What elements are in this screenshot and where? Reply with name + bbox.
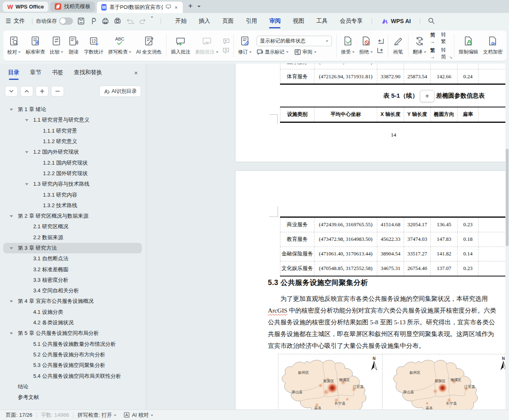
collapse-all-button[interactable] bbox=[20, 86, 33, 96]
table-5-1-continued-header[interactable]: 设施类别 平均中心坐标 X 轴长度 Y 轴长度 椭圆方向 扁率 椭圆面积 bbox=[280, 107, 509, 123]
search-icon[interactable] bbox=[423, 17, 439, 26]
collapse-arrow-icon[interactable] bbox=[10, 300, 13, 302]
toc-item[interactable]: 结论 bbox=[3, 381, 142, 392]
dialog-launcher-icon[interactable]: ⇘ bbox=[449, 55, 453, 60]
close-sidebar-icon[interactable]: × bbox=[134, 69, 138, 79]
tab-document[interactable]: W 基于POI数据的宜宾市公共服 × bbox=[97, 2, 183, 13]
spell-check-button[interactable]: ABC 拼写检查 bbox=[106, 33, 134, 58]
restrict-editing-button[interactable]: 限制编辑 bbox=[456, 33, 481, 58]
page-indicator[interactable]: 页面: 17/26 bbox=[6, 411, 32, 419]
compare-button[interactable]: 比较 bbox=[47, 33, 66, 58]
collapse-arrow-icon[interactable] bbox=[25, 183, 28, 185]
toc-item[interactable]: 1.3.1 研究内容 bbox=[3, 189, 142, 200]
more-commands-icon[interactable] bbox=[151, 18, 153, 24]
toc-item[interactable]: 2.2 数据来源 bbox=[3, 232, 142, 243]
menu-page[interactable]: 页面 bbox=[216, 13, 240, 29]
track-changes-button[interactable]: 修订 bbox=[236, 33, 254, 58]
standard-review-button[interactable]: 标准审查 bbox=[23, 33, 47, 58]
tab-docer-templates[interactable]: 找稻壳模板 bbox=[50, 2, 95, 12]
menu-start[interactable]: 开始 bbox=[169, 13, 192, 29]
review-pane-button[interactable]: 审阅 bbox=[294, 49, 317, 56]
sidebar-tab-find-replace[interactable]: 查找和替换 bbox=[74, 69, 102, 80]
expand-all-button[interactable] bbox=[5, 86, 18, 96]
new-tab-button[interactable]: + bbox=[185, 2, 196, 11]
toc-item[interactable]: 第 4 章 宜宾市公共服务设施概况 bbox=[3, 296, 142, 306]
collapse-arrow-icon[interactable] bbox=[10, 215, 13, 217]
toc-item[interactable]: 1.2.1 国内研究现状 bbox=[3, 157, 142, 168]
menu-view[interactable]: 视图 bbox=[287, 13, 310, 29]
document-page-14[interactable]: 医疗服务 (471015.73, 3164799.96) 45400.98 35… bbox=[235, 64, 509, 162]
hamburger-menu-icon[interactable]: ☰ bbox=[0, 17, 13, 25]
ai-recognize-toc-button[interactable]: AI识别目录 bbox=[99, 86, 141, 97]
toc-item[interactable]: 参考文献 bbox=[3, 392, 142, 403]
toc-item[interactable]: 3.4 空间自相关分析 bbox=[3, 285, 142, 296]
file-menu[interactable]: 文件 bbox=[13, 17, 29, 25]
print-icon[interactable] bbox=[101, 17, 109, 25]
toc-item[interactable]: 1.2.2 国外研究现状 bbox=[3, 168, 142, 179]
collapse-arrow-icon[interactable] bbox=[10, 332, 13, 334]
word-count-indicator[interactable]: 字数: 14986 bbox=[41, 411, 69, 419]
menu-reference[interactable]: 引用 bbox=[240, 13, 263, 29]
close-tab-icon[interactable]: × bbox=[174, 4, 179, 11]
table-row[interactable]: 金融保险服务 (471061.40, 3170613.44) 38904.54 … bbox=[280, 246, 509, 261]
toc-item[interactable]: 第 1 章 绪论 bbox=[3, 104, 142, 115]
tab-list-dropdown-icon[interactable] bbox=[197, 6, 201, 9]
zoom-in-toc-button[interactable] bbox=[36, 86, 49, 96]
sidebar-tab-sections[interactable]: 章节 bbox=[30, 69, 41, 80]
save-icon[interactable] bbox=[77, 17, 85, 25]
wps-ai-button[interactable]: WPS AI bbox=[375, 18, 416, 24]
vertical-scrollbar[interactable] bbox=[505, 64, 509, 409]
table-5-1-top[interactable]: 医疗服务 (471015.73, 3164799.96) 45400.98 35… bbox=[280, 64, 509, 85]
accept-change-button[interactable]: 接受 bbox=[339, 33, 357, 58]
toc-item[interactable]: 3.2 标准差椭圆 bbox=[3, 264, 142, 274]
table-row[interactable]: 体育服务 (472126.94, 3171931.81) 33872.90 25… bbox=[280, 69, 509, 84]
ink-pen-button[interactable]: 画笔 bbox=[390, 33, 406, 58]
reject-change-button[interactable]: 拒绝 bbox=[357, 33, 375, 58]
show-markup-button[interactable]: 显示标记 bbox=[257, 49, 289, 56]
ai-polish-button[interactable]: AI 全文润色 bbox=[134, 33, 164, 58]
autosave-toggle[interactable] bbox=[59, 17, 73, 25]
collapse-arrow-icon[interactable] bbox=[10, 109, 13, 111]
next-change-icon[interactable] bbox=[377, 47, 384, 54]
collapse-arrow-icon[interactable] bbox=[10, 247, 13, 249]
kernel-density-map-left[interactable]: 叙州区 翠屏区 南溪区 江安县 屏山县 长宁县 高县 N bbox=[278, 354, 383, 409]
insert-row-plus-button[interactable]: + bbox=[420, 90, 434, 102]
encrypt-document-button[interactable]: 文档加密 bbox=[481, 33, 505, 58]
tab-wps-office[interactable]: W WPS Office bbox=[3, 2, 48, 12]
menu-tools[interactable]: 工具 bbox=[310, 13, 334, 29]
insert-comment-button[interactable]: 插入批注 bbox=[169, 33, 193, 58]
menu-member[interactable]: 会员专享 bbox=[334, 13, 368, 29]
toc-item[interactable]: 1.2 国内外研究现状 bbox=[3, 147, 142, 157]
toc-item[interactable]: 5.4 公共服务设施空间布局关联性分析 bbox=[3, 371, 142, 381]
toc-item[interactable]: 3.3 核密度分析 bbox=[3, 275, 142, 285]
toc-item[interactable]: 1.1.2 研究意义 bbox=[3, 136, 142, 147]
table-row[interactable]: 医疗服务 (471015.73, 3164799.96) 45400.98 35… bbox=[280, 64, 509, 69]
document-page-15[interactable]: 商业服务 (472439.66, 3169765.55) 41514.68 32… bbox=[235, 170, 509, 409]
table-row[interactable]: 教育服务 (473472.98, 3164983.50) 45622.33 37… bbox=[280, 232, 509, 246]
table-header-row[interactable]: 设施类别 平均中心坐标 X 轴长度 Y 轴长度 椭圆方向 扁率 椭圆面积 bbox=[280, 107, 509, 122]
document-canvas[interactable]: 医疗服务 (471015.73, 3164799.96) 45400.98 35… bbox=[146, 64, 509, 409]
sidebar-tab-bookmarks[interactable]: 书签 bbox=[52, 69, 63, 80]
toc-item[interactable]: 4.2 各类设施状况 bbox=[3, 317, 142, 328]
toc-item[interactable]: 4.1 设施分类 bbox=[3, 307, 142, 317]
sidebar-tab-contents[interactable]: 目录 bbox=[8, 69, 19, 80]
autosave-control[interactable]: 自动保存 bbox=[36, 17, 73, 25]
read-aloud-button[interactable]: 朗读 bbox=[66, 33, 81, 58]
toc-item[interactable]: 1.1.1 研究背景 bbox=[3, 126, 142, 136]
translate-button[interactable]: 文A 翻译 bbox=[411, 33, 429, 58]
toc-item[interactable]: 第 5 章 公共服务设施空间布局分析 bbox=[3, 328, 142, 339]
zoom-out-toc-button[interactable] bbox=[51, 86, 64, 96]
markup-state-select[interactable]: 显示标记的最终状态 bbox=[257, 36, 332, 46]
toc-item[interactable]: 5.1 公共服务设施数量分布情况分析 bbox=[3, 339, 142, 349]
toc-item[interactable]: 1.3 研究内容与技术路线 bbox=[3, 179, 142, 189]
proofread-button[interactable]: 校对 bbox=[5, 33, 23, 58]
toc-item[interactable]: 5.3 公共服务设施空间聚集分析 bbox=[3, 360, 142, 371]
toc-item[interactable]: 5.2 公共服务设施分布方向分析 bbox=[3, 349, 142, 360]
table-row[interactable]: 文化娱乐服务 (470548.85, 3172552.58) 34675.31 … bbox=[280, 261, 509, 276]
toc-item[interactable]: 1.1 研究背景与研究意义 bbox=[3, 115, 142, 125]
scrollbar-thumb[interactable] bbox=[506, 149, 509, 246]
spell-check-status[interactable]: 拼写检查: 打开 bbox=[77, 411, 116, 419]
table-row[interactable]: 商业服务 (472439.66, 3169765.55) 41514.68 32… bbox=[280, 218, 509, 232]
export-pdf-icon[interactable] bbox=[89, 17, 97, 25]
collapse-arrow-icon[interactable] bbox=[25, 119, 28, 121]
